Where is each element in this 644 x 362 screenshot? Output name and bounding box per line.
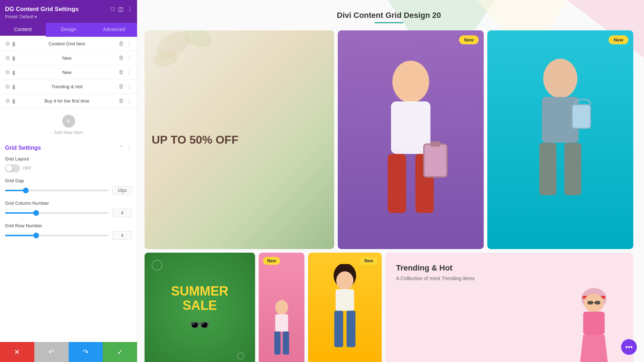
- card-pink-new[interactable]: New: [259, 253, 305, 362]
- gear-icon[interactable]: ⚙: [5, 83, 10, 90]
- gear-icon[interactable]: ⚙: [5, 55, 10, 61]
- grid-gap-track[interactable]: [5, 190, 109, 191]
- svg-rect-25: [335, 311, 343, 347]
- grid-row-track[interactable]: [5, 235, 109, 236]
- delete-icon-1[interactable]: 🗑: [118, 40, 124, 47]
- svg-rect-16: [564, 143, 581, 195]
- expand-icon[interactable]: □: [111, 6, 114, 13]
- svg-rect-11: [424, 144, 447, 177]
- item-label-5: Buy it for the first time: [18, 98, 116, 104]
- svg-rect-20: [274, 332, 280, 354]
- item-label-3: New: [18, 70, 116, 75]
- toggle-knob: [6, 165, 12, 172]
- drag-icon-2[interactable]: ⋮: [126, 55, 132, 61]
- panel-preset[interactable]: Preset: Default ▾: [5, 14, 132, 19]
- grid-item-row: ⚙ ▮ New 🗑 ⋮: [0, 51, 137, 65]
- main-area: Divi Content Grid Design 20 UP TO 50%: [137, 0, 644, 362]
- grid-gap-slider-row: 10px: [5, 186, 132, 195]
- delete-icon-4[interactable]: 🗑: [118, 83, 124, 90]
- grid-column-label: Grid Column Number: [5, 200, 132, 206]
- item-settings-icon-5[interactable]: ⚙ ▮: [5, 98, 15, 104]
- item-settings-icon-3[interactable]: ⚙ ▮: [5, 69, 15, 76]
- grid-column-track[interactable]: [5, 212, 109, 214]
- undo-button[interactable]: ↶: [34, 342, 69, 362]
- add-new-item[interactable]: + Add New Item: [0, 108, 137, 139]
- trending-title: Trending & Hot: [396, 263, 562, 273]
- item-actions-3: 🗑 ⋮: [118, 69, 132, 76]
- section-header-icons: ⌃ ⋮: [119, 144, 132, 151]
- item-settings-icon-2[interactable]: ⚙ ▮: [5, 55, 15, 61]
- bottom-toolbar: ✕ ↶ ↷ ✓: [0, 342, 137, 362]
- grid-gap-label: Grid Gap: [5, 178, 132, 183]
- card-summer-sale[interactable]: SUMMERSALE 🕶️: [145, 253, 255, 362]
- svg-point-18: [275, 300, 288, 315]
- copy-icon[interactable]: ▮: [12, 69, 15, 76]
- grid-row-label: Grid Row Number: [5, 223, 132, 228]
- copy-icon[interactable]: ▮: [12, 40, 15, 47]
- drag-icon-5[interactable]: ⋮: [126, 98, 132, 104]
- card-purple-new[interactable]: New: [338, 30, 484, 249]
- gear-icon[interactable]: ⚙: [5, 69, 10, 76]
- item-settings-icon-4[interactable]: ⚙ ▮: [5, 83, 15, 90]
- card-cyan-new[interactable]: New: [487, 30, 633, 249]
- layout-icon[interactable]: ◫: [118, 6, 123, 13]
- item-actions-2: 🗑 ⋮: [118, 55, 132, 61]
- delete-icon-5[interactable]: 🗑: [118, 98, 124, 104]
- floating-menu-button[interactable]: •••: [621, 339, 637, 355]
- grid-item-row: ⚙ ▮ Trending & Hot 🗑 ⋮: [0, 80, 137, 94]
- grid-row-setting: Grid Row Number 4: [5, 223, 132, 240]
- drag-icon-4[interactable]: ⋮: [126, 83, 132, 90]
- svg-point-13: [543, 59, 577, 98]
- delete-icon-3[interactable]: 🗑: [118, 69, 124, 76]
- grid-row-thumb[interactable]: [33, 233, 39, 238]
- svg-point-23: [336, 271, 353, 290]
- tab-content[interactable]: Content: [0, 23, 46, 37]
- card-trending[interactable]: Trending & Hot A Collection of most Tren…: [385, 253, 633, 362]
- confirm-button[interactable]: ✓: [103, 342, 137, 362]
- more-icon[interactable]: ⋮: [127, 6, 133, 13]
- section-more-icon[interactable]: ⋮: [126, 144, 132, 151]
- tab-design[interactable]: Design: [46, 23, 92, 37]
- grid-layout-setting: Grid Layout OFF: [5, 156, 132, 172]
- grid-column-setting: Grid Column Number 4: [5, 200, 132, 217]
- card-sale-banner[interactable]: UP TO 50% OFF: [145, 30, 334, 249]
- item-settings-icon-1[interactable]: ⚙ ▮: [5, 40, 15, 47]
- item-actions-5: 🗑 ⋮: [118, 98, 132, 104]
- item-actions-4: 🗑 ⋮: [118, 83, 132, 90]
- title-underline: [375, 22, 403, 23]
- card3-badge: New: [609, 35, 628, 44]
- drag-icon-3[interactable]: ⋮: [126, 69, 132, 76]
- svg-rect-21: [283, 332, 289, 354]
- redo-button[interactable]: ↷: [69, 342, 103, 362]
- yellow-new-badge: New: [360, 257, 377, 265]
- grid-layout-toggle[interactable]: [5, 164, 20, 172]
- copy-icon[interactable]: ▮: [12, 55, 15, 61]
- card-yellow-new[interactable]: New: [308, 253, 382, 362]
- grid-row-slider-row: 4: [5, 231, 132, 240]
- copy-icon[interactable]: ▮: [12, 98, 15, 104]
- grid-row-input[interactable]: 4: [112, 231, 132, 240]
- svg-rect-24: [336, 289, 354, 311]
- grid-item-row: ⚙ ▮ Content Grid Item 🗑 ⋮: [0, 37, 137, 51]
- toggle-text: OFF: [23, 166, 31, 171]
- grid-row-1: UP TO 50% OFF New: [145, 30, 633, 249]
- delete-icon-2[interactable]: 🗑: [118, 55, 124, 61]
- gear-icon[interactable]: ⚙: [5, 40, 10, 47]
- grid-item-row: ⚙ ▮ Buy it for the first time 🗑 ⋮: [0, 94, 137, 108]
- cancel-button[interactable]: ✕: [0, 342, 34, 362]
- left-panel: DG Content Grid Settings Preset: Default…: [0, 0, 137, 362]
- grid-gap-input[interactable]: 10px: [112, 186, 132, 195]
- summer-sale-text: SUMMERSALE: [171, 284, 228, 312]
- section-header: Grid Settings ⌃ ⋮: [5, 144, 132, 151]
- svg-rect-19: [275, 314, 288, 331]
- grid-column-input[interactable]: 4: [112, 209, 132, 217]
- item-actions-1: 🗑 ⋮: [118, 40, 132, 47]
- grid-column-thumb[interactable]: [33, 210, 39, 216]
- drag-icon-1[interactable]: ⋮: [126, 40, 132, 47]
- tab-advanced[interactable]: Advanced: [91, 23, 137, 37]
- collapse-icon[interactable]: ⌃: [119, 144, 123, 151]
- main-inner: Divi Content Grid Design 20 UP TO 50%: [137, 0, 644, 362]
- grid-gap-thumb[interactable]: [23, 188, 29, 193]
- copy-icon[interactable]: ▮: [12, 83, 15, 90]
- gear-icon[interactable]: ⚙: [5, 98, 10, 104]
